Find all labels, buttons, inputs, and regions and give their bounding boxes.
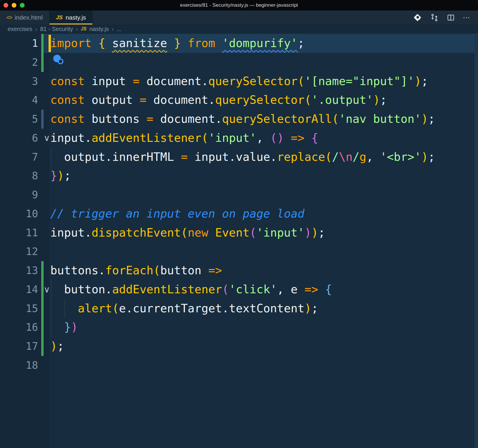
vscode-window: exercises/81 - Security/nasty.js — begin…: [0, 0, 478, 448]
line-number: 1: [0, 34, 38, 53]
line-number: 18: [0, 356, 38, 375]
code-text: output.innerHTML = input.value.replace(/…: [50, 148, 435, 167]
minimize-button[interactable]: [12, 3, 16, 8]
code-line-10[interactable]: 10// trigger an input even on page load: [0, 204, 478, 223]
code-text: buttons.forEach(button =>: [50, 261, 222, 280]
close-button[interactable]: [4, 3, 8, 8]
code-line-8[interactable]: 8});: [0, 166, 478, 185]
code-text: button.addEventListener('click', e => {: [50, 280, 332, 299]
line-number: 7: [0, 148, 38, 167]
fold-chevron-icon[interactable]: ∨: [42, 280, 52, 299]
line-number: 17: [0, 337, 38, 356]
code-line-3[interactable]: 3const input = document.querySelector('[…: [0, 72, 478, 91]
traffic-lights: [4, 0, 25, 11]
code-text: input.addEventListener('input', () => {: [50, 129, 318, 148]
code-line-15[interactable]: 15 alert(e.currentTarget.textContent);: [0, 299, 478, 318]
code-line-14[interactable]: 14∨ button.addEventListener('click', e =…: [0, 280, 478, 299]
code-text: }): [50, 318, 78, 337]
chevron-right-icon: ›: [35, 26, 37, 32]
line-number: 5: [0, 110, 38, 129]
git-gutter-added: [41, 53, 44, 72]
git-gutter-added: [41, 34, 44, 53]
breadcrumb-item-exercises[interactable]: exercises: [8, 26, 32, 32]
breadcrumb: exercises › 81 - Security › JS nasty.js …: [0, 25, 478, 33]
code-text: const output = document.querySelector('.…: [50, 91, 387, 110]
text-cursor: [49, 35, 51, 52]
lightbulb-icon[interactable]: [53, 55, 61, 62]
line-number: 6: [0, 129, 38, 148]
code-line-6[interactable]: 6∨input.addEventListener('input', () => …: [0, 129, 478, 148]
code-line-12[interactable]: 12: [0, 242, 478, 261]
html-file-icon: <>: [6, 14, 12, 21]
code-line-9[interactable]: 9: [0, 185, 478, 204]
tab-bar: <> index.html JS nasty.js: [0, 11, 478, 25]
js-file-icon: JS: [56, 14, 63, 21]
breadcrumb-item-folder[interactable]: 81 - Security: [40, 26, 73, 32]
code-text: });: [50, 166, 71, 185]
split-editor-icon[interactable]: [446, 13, 455, 22]
code-line-18[interactable]: 18: [0, 356, 478, 375]
line-number: 4: [0, 91, 38, 110]
code-line-1[interactable]: 1import { sanitize } from 'dompurify';: [0, 34, 478, 53]
window-title: exercises/81 - Security/nasty.js — begin…: [180, 2, 298, 8]
chevron-right-icon: ›: [112, 26, 114, 32]
editor-actions: ⋯: [412, 11, 478, 25]
code-text: const input = document.querySelector('[n…: [50, 72, 428, 91]
line-number: 11: [0, 223, 38, 242]
git-gutter-added: [41, 261, 44, 280]
line-number: 10: [0, 204, 38, 223]
chevron-right-icon: ›: [76, 26, 78, 32]
breadcrumb-item-symbol[interactable]: ...: [117, 26, 122, 32]
git-gutter-modified: [41, 110, 44, 129]
zoom-button[interactable]: [20, 3, 25, 8]
code-text: const buttons = document.querySelectorAl…: [50, 110, 435, 129]
code-line-7[interactable]: 7 output.innerHTML = input.value.replace…: [0, 148, 478, 167]
line-number: 9: [0, 185, 38, 204]
code-text: import { sanitize } from 'dompurify';: [50, 34, 305, 53]
compare-changes-icon[interactable]: [430, 13, 439, 22]
tab-label: index.html: [15, 14, 43, 21]
code-text: );: [50, 337, 64, 356]
js-file-icon: JS: [81, 26, 87, 32]
code-text: // trigger an input even on page load: [50, 204, 305, 223]
code-line-11[interactable]: 11input.dispatchEvent(new Event('input')…: [0, 223, 478, 242]
tab-nasty-js[interactable]: JS nasty.js: [49, 11, 93, 25]
code-text: alert(e.currentTarget.textContent);: [50, 299, 318, 318]
git-gutter-added: [41, 299, 44, 318]
breadcrumb-item-file[interactable]: nasty.js: [90, 26, 109, 32]
line-number: 3: [0, 72, 38, 91]
code-text: input.dispatchEvent(new Event('input'));: [50, 223, 325, 242]
tab-label: nasty.js: [66, 14, 86, 21]
code-line-5[interactable]: 5const buttons = document.querySelectorA…: [0, 110, 478, 129]
titlebar: exercises/81 - Security/nasty.js — begin…: [0, 0, 478, 11]
code-line-16[interactable]: 16 }): [0, 318, 478, 337]
line-number: 16: [0, 318, 38, 337]
line-number: 13: [0, 261, 38, 280]
line-number: 8: [0, 166, 38, 185]
line-number: 2: [0, 53, 38, 72]
code-line-17[interactable]: 17);: [0, 337, 478, 356]
code-line-4[interactable]: 4const output = document.querySelector('…: [0, 91, 478, 110]
line-number: 14: [0, 280, 38, 299]
code-line-2[interactable]: 2: [0, 53, 478, 72]
code-lines: 1import { sanitize } from 'dompurify';23…: [0, 34, 478, 375]
tab-index-html[interactable]: <> index.html: [0, 11, 49, 25]
diamond-marker-icon[interactable]: [412, 13, 422, 23]
line-number: 15: [0, 299, 38, 318]
more-actions-icon[interactable]: ⋯: [463, 14, 470, 21]
code-editor[interactable]: 1import { sanitize } from 'dompurify';23…: [0, 33, 478, 448]
scrollbar[interactable]: [474, 33, 478, 448]
fold-chevron-icon[interactable]: ∨: [42, 129, 52, 148]
line-number: 12: [0, 242, 38, 261]
git-gutter-added: [41, 318, 44, 337]
code-line-13[interactable]: 13buttons.forEach(button =>: [0, 261, 478, 280]
git-gutter-added: [41, 337, 44, 356]
